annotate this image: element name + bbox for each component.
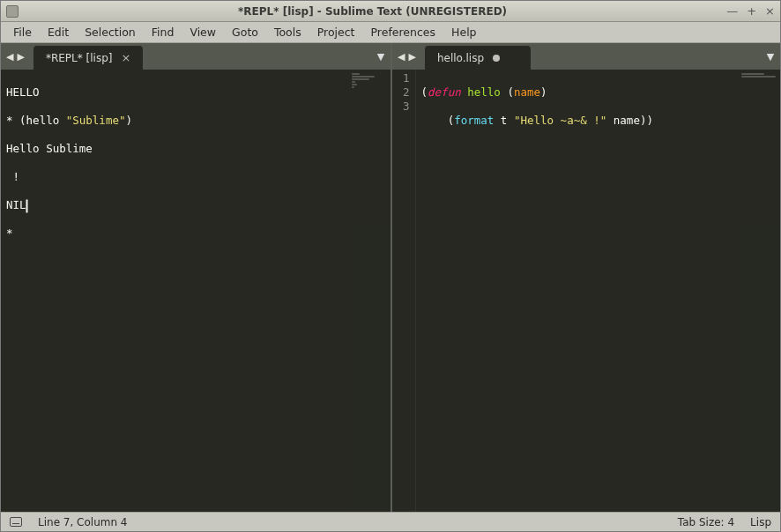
tab-prev-icon[interactable]: ◀ xyxy=(6,51,13,63)
tab-hello-lisp[interactable]: hello.lisp xyxy=(425,46,531,70)
repl-line: HELLO xyxy=(6,85,40,99)
repl-line: * (hello xyxy=(6,114,66,127)
tab-prev-icon[interactable]: ◀ xyxy=(398,51,405,63)
gutter-right: 1 2 3 xyxy=(392,70,416,512)
string: "Hello ~a~& !" xyxy=(514,114,606,127)
minimize-button[interactable]: — xyxy=(726,4,738,18)
repl-str: "Sublime" xyxy=(66,114,126,127)
menu-find[interactable]: Find xyxy=(145,23,182,41)
param: name xyxy=(514,85,540,99)
menu-file[interactable]: File xyxy=(6,23,39,41)
sp xyxy=(494,114,501,127)
indent xyxy=(421,114,448,127)
menu-help[interactable]: Help xyxy=(444,23,484,41)
repl-content[interactable]: HELLO * (hello "Sublime") Hello Sublime … xyxy=(1,70,390,512)
repl-line: Hello Sublime xyxy=(6,142,93,155)
tab-overflow-icon[interactable]: ▼ xyxy=(761,43,780,70)
pane-left: ◀ ▶ *REPL* [lisp] × ▼ HELLO * (hello "Su… xyxy=(1,43,392,512)
tab-nav-right: ◀ ▶ xyxy=(392,43,421,70)
minimap-left[interactable] xyxy=(350,70,390,512)
paren: ( xyxy=(507,85,514,99)
repl-line: * xyxy=(6,226,13,240)
window-controls: — + × xyxy=(726,4,775,18)
menu-edit[interactable]: Edit xyxy=(41,23,76,41)
line-number: 2 xyxy=(403,85,410,100)
repl-line: NIL xyxy=(6,198,26,211)
tab-next-icon[interactable]: ▶ xyxy=(408,51,415,63)
tab-label: hello.lisp xyxy=(437,52,484,64)
tab-nav-left: ◀ ▶ xyxy=(1,43,30,70)
maximize-button[interactable]: + xyxy=(747,4,756,18)
fn-name: hello xyxy=(467,85,501,99)
titlebar[interactable]: *REPL* [lisp] - Sublime Text (UNREGISTER… xyxy=(1,1,780,22)
minimap-right[interactable] xyxy=(740,70,780,512)
tab-repl[interactable]: *REPL* [lisp] × xyxy=(33,46,143,70)
paren: ( xyxy=(421,85,428,99)
paren: )) xyxy=(640,114,653,127)
workarea: ◀ ▶ *REPL* [lisp] × ▼ HELLO * (hello "Su… xyxy=(1,43,780,512)
app-icon xyxy=(6,5,19,18)
repl-line: ) xyxy=(125,114,132,127)
keyword: defun xyxy=(428,85,461,99)
window-title: *REPL* [lisp] - Sublime Text (UNREGISTER… xyxy=(19,5,726,18)
menu-project[interactable]: Project xyxy=(310,23,362,41)
code-right[interactable]: (defun hello (name) (format t "Hello ~a~… xyxy=(416,70,780,512)
menu-tools[interactable]: Tools xyxy=(267,23,309,41)
menu-view[interactable]: View xyxy=(182,23,223,41)
pane-right: ◀ ▶ hello.lisp ▼ 1 2 3 (defun hello (nam… xyxy=(392,43,780,512)
dirty-indicator-icon xyxy=(493,55,500,62)
text-cursor xyxy=(26,200,27,212)
repl-line: ! xyxy=(6,170,19,183)
tabbar-spacer xyxy=(143,43,371,70)
line-number: 3 xyxy=(403,100,410,114)
paren: ) xyxy=(540,85,547,99)
close-icon[interactable]: × xyxy=(122,51,131,64)
menu-goto[interactable]: Goto xyxy=(225,23,265,41)
menu-selection[interactable]: Selection xyxy=(78,23,143,41)
arg: name xyxy=(614,114,640,127)
menu-preferences[interactable]: Preferences xyxy=(364,23,443,41)
tabbar-left: ◀ ▶ *REPL* [lisp] × ▼ xyxy=(1,43,390,70)
tabbar-right: ◀ ▶ hello.lisp ▼ xyxy=(392,43,780,70)
statusbar: Line 7, Column 4 Tab Size: 4 Lisp xyxy=(1,512,780,531)
panel-switcher-icon[interactable] xyxy=(10,517,22,527)
close-button[interactable]: × xyxy=(765,4,775,18)
status-position[interactable]: Line 7, Column 4 xyxy=(38,516,128,528)
status-tabsize[interactable]: Tab Size: 4 xyxy=(678,516,734,528)
editor-right[interactable]: 1 2 3 (defun hello (name) (format t "Hel… xyxy=(392,70,780,512)
menubar: File Edit Selection Find View Goto Tools… xyxy=(1,22,780,43)
app-window: *REPL* [lisp] - Sublime Text (UNREGISTER… xyxy=(0,0,781,532)
status-language[interactable]: Lisp xyxy=(750,516,771,528)
tab-overflow-icon[interactable]: ▼ xyxy=(371,43,390,70)
editor-left[interactable]: HELLO * (hello "Sublime") Hello Sublime … xyxy=(1,70,390,512)
builtin: format xyxy=(454,114,494,127)
sp xyxy=(606,114,614,127)
sp xyxy=(507,114,514,127)
tab-next-icon[interactable]: ▶ xyxy=(17,51,24,63)
tabbar-spacer xyxy=(531,43,761,70)
line-number: 1 xyxy=(403,71,410,85)
tab-label: *REPL* [lisp] xyxy=(46,52,113,64)
